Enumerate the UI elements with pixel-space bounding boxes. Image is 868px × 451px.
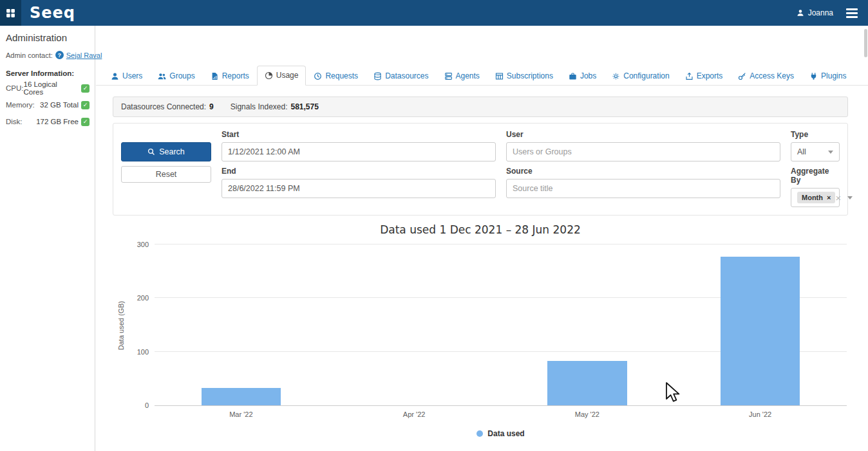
tab-label: Reports xyxy=(222,71,249,80)
type-selected-value: All xyxy=(797,147,806,156)
tab-users[interactable]: Users xyxy=(103,66,150,86)
sidebar: Administration Admin contact: ? Sejal Ra… xyxy=(0,26,95,451)
tab-label: Users xyxy=(122,71,142,80)
type-select[interactable]: All xyxy=(791,142,840,161)
topbar-right: Joanna xyxy=(797,6,859,20)
y-tick-label: 100 xyxy=(137,348,149,356)
stat-memory: Memory: 32 GB Total ✓ xyxy=(6,97,90,113)
tab-jobs[interactable]: Jobs xyxy=(561,66,604,86)
tab-access-keys[interactable]: Access Keys xyxy=(730,66,802,86)
stat-disk: Disk: 172 GB Free ✓ xyxy=(6,113,90,130)
end-input[interactable] xyxy=(222,179,496,198)
x-axis-labels: Mar '22Apr '22May '22Jun '22 xyxy=(155,410,847,418)
bars-layer xyxy=(155,245,847,405)
tab-agents[interactable]: Agents xyxy=(437,66,487,86)
tab-plugins[interactable]: Plugins xyxy=(802,66,854,86)
tab-usage[interactable]: Usage xyxy=(257,66,307,86)
datasources-connected: Datasources Connected: 9 xyxy=(121,102,214,111)
filter-panel: Start User Type All Search Reset End xyxy=(113,123,848,216)
check-icon: ✓ xyxy=(81,101,90,109)
user-field: User xyxy=(506,129,780,161)
stat-value: 32 GB Total xyxy=(40,101,79,109)
tab-label: Requests xyxy=(325,71,358,80)
tab-exports[interactable]: Exports xyxy=(677,66,731,86)
stat-value: 172 GB Free xyxy=(36,118,79,125)
database-icon xyxy=(373,72,382,80)
stat-label: Memory: xyxy=(6,101,35,109)
summary-label: Datasources Connected: xyxy=(121,102,206,111)
aggregate-select[interactable]: Month × × xyxy=(791,188,840,207)
bar-May '22[interactable] xyxy=(547,361,627,405)
users-icon xyxy=(158,72,166,80)
search-icon xyxy=(147,148,155,156)
y-tick-label: 300 xyxy=(137,241,149,248)
help-icon[interactable]: ? xyxy=(55,51,64,59)
hamburger-bar xyxy=(846,8,858,10)
tab-label: Exports xyxy=(697,71,723,80)
tab-label: Jobs xyxy=(580,71,596,80)
tab-requests[interactable]: Requests xyxy=(306,66,366,86)
clear-icon[interactable]: × xyxy=(835,193,841,203)
aggregate-token: Month × xyxy=(797,192,835,203)
summary-value: 9 xyxy=(209,102,214,111)
chart-title: Data used 1 Dec 2021 – 28 Jun 2022 xyxy=(113,223,848,236)
user-input[interactable] xyxy=(506,142,780,161)
scrollbar-thumb[interactable] xyxy=(864,29,867,57)
export-icon xyxy=(685,72,693,80)
tab-subscriptions[interactable]: Subscriptions xyxy=(487,66,561,86)
stat-value: 16 Logical Cores xyxy=(23,80,79,96)
tab-datasources[interactable]: Datasources xyxy=(366,66,436,86)
briefcase-icon xyxy=(569,72,577,80)
stat-label: Disk: xyxy=(6,118,23,125)
search-button-label: Search xyxy=(159,147,185,156)
admin-contact-label: Admin contact: xyxy=(6,51,53,59)
hamburger-menu-button[interactable] xyxy=(845,6,859,20)
tab-label: Groups xyxy=(169,71,194,80)
stat-cpu: CPU: 16 Logical Cores ✓ xyxy=(6,80,90,97)
tab-groups[interactable]: Groups xyxy=(150,66,202,86)
app-switcher-button[interactable] xyxy=(0,0,21,26)
server-icon xyxy=(444,72,453,80)
user-icon xyxy=(111,72,119,80)
brand-logo[interactable]: Seeq xyxy=(30,4,75,22)
gridline xyxy=(155,244,847,244)
chevron-down-icon xyxy=(847,196,853,199)
gears-icon xyxy=(612,72,620,80)
remove-token-icon[interactable]: × xyxy=(827,194,831,201)
category-slot xyxy=(501,245,674,405)
type-label: Type xyxy=(791,130,840,139)
x-tick-label: May '22 xyxy=(501,410,674,418)
plug-icon xyxy=(809,72,818,80)
history-icon xyxy=(314,72,322,80)
tab-label: Plugins xyxy=(821,71,846,80)
aggregate-label: Aggregate By xyxy=(791,167,840,185)
bar-Jun '22[interactable] xyxy=(721,257,800,405)
bar-Mar '22[interactable] xyxy=(202,388,281,405)
aggregate-field: Aggregate By Month × × xyxy=(791,165,840,207)
source-input[interactable] xyxy=(506,179,780,198)
tab-label: Datasources xyxy=(385,71,428,80)
tab-configuration[interactable]: Configuration xyxy=(604,66,677,86)
signals-indexed: Signals Indexed: 581,575 xyxy=(231,102,319,111)
start-input[interactable] xyxy=(222,142,496,161)
report-icon xyxy=(211,72,219,80)
chevron-down-icon xyxy=(828,151,833,154)
summary-label: Signals Indexed: xyxy=(231,102,288,111)
chart-section: Data used 1 Dec 2021 – 28 Jun 2022 Data … xyxy=(113,216,848,451)
source-field: Source xyxy=(506,165,780,207)
hamburger-bar xyxy=(846,16,858,18)
apps-grid-icon xyxy=(6,8,15,18)
top-bar: Seeq Joanna xyxy=(0,0,868,26)
start-label: Start xyxy=(222,130,496,139)
tab-reports[interactable]: Reports xyxy=(203,66,257,86)
category-slot xyxy=(674,245,847,405)
search-button[interactable]: Search xyxy=(121,142,211,161)
main-content: UsersGroupsReportsUsageRequestsDatasourc… xyxy=(96,26,868,451)
user-menu[interactable]: Joanna xyxy=(797,8,833,17)
x-tick-label: Apr '22 xyxy=(328,410,501,418)
reset-button[interactable]: Reset xyxy=(121,166,211,183)
hamburger-bar xyxy=(846,12,858,14)
summary-value: 581,575 xyxy=(291,102,319,111)
tab-label: Agents xyxy=(456,71,480,80)
legend[interactable]: Data used xyxy=(155,429,847,438)
